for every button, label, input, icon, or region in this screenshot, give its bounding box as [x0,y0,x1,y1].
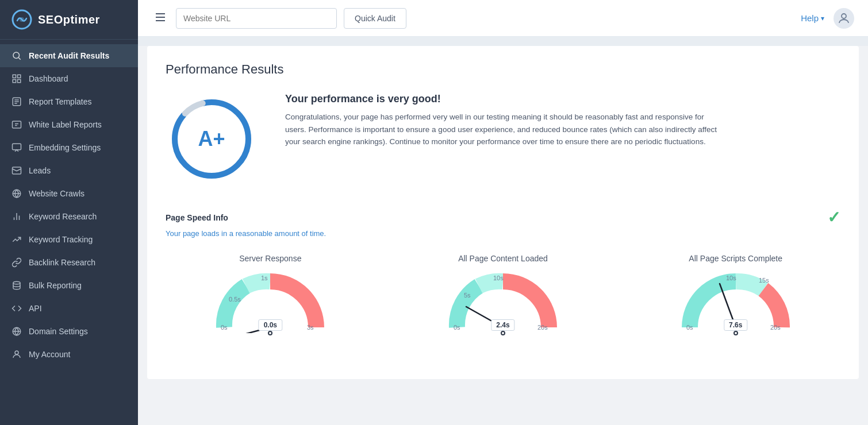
seoptimer-logo-icon [11,9,32,30]
sidebar-item-embedding[interactable]: Embedding Settings [0,136,138,159]
svg-point-29 [842,14,846,18]
svg-text:15s: 15s [759,277,769,284]
sidebar-item-api[interactable]: API [0,297,138,320]
svg-rect-6 [13,80,16,83]
gauge-needle-circle-content [501,331,505,335]
gauge-wrap-content: 0s 5s 10s 20s 2.4s [445,270,560,333]
header-right: Help ▾ [801,8,854,29]
sidebar-logo: SEOptimer [0,0,138,40]
help-button[interactable]: Help ▾ [801,13,824,23]
sidebar-item-recent-audit[interactable]: Recent Audit Results [0,44,138,67]
svg-text:0s: 0s [454,324,460,331]
page-speed-sub: Your page loads in a reasonable amount o… [166,229,840,238]
header: Quick Audit Help ▾ [138,0,868,37]
sidebar-item-white-label[interactable]: White Label Reports [0,113,138,136]
gauge-title-server: Server Response [239,254,301,263]
svg-point-2 [13,52,20,59]
sidebar-item-bulk-reporting[interactable]: Bulk Reporting [0,274,138,297]
svg-text:0s: 0s [686,324,693,331]
keyword-tracking-icon [11,234,22,245]
search-icon [11,51,22,61]
report-templates-icon [11,96,22,107]
bulk-reporting-icon [11,280,22,291]
sidebar-item-keyword-research[interactable]: Keyword Research [0,205,138,228]
my-account-icon [11,349,22,360]
svg-rect-5 [18,75,21,78]
svg-point-22 [13,281,20,284]
sidebar-item-website-crawls[interactable]: Website Crawls [0,182,138,205]
dashboard-icon [11,74,22,84]
sidebar-item-dashboard[interactable]: Dashboard [0,67,138,90]
gauge-server-response: Server Response 0s 0. [166,254,375,333]
svg-text:20s: 20s [770,324,781,331]
svg-point-1 [20,17,24,22]
hamburger-button[interactable] [152,9,169,28]
svg-rect-15 [13,144,21,150]
sidebar-item-keyword-tracking[interactable]: Keyword Tracking [0,228,138,251]
grade-circle: A+ [166,93,258,185]
svg-rect-7 [18,80,21,83]
gauge-title-scripts: All Page Scripts Complete [689,254,782,263]
page-speed-label: Page Speed Info [166,213,228,222]
page-speed-header: Page Speed Info ✓ [166,208,840,227]
main-area: Quick Audit Help ▾ Performance Results [138,0,868,425]
svg-text:0s: 0s [221,324,228,331]
gauge-wrap-server: 0s 0.5s 1s 3s 0.0s [213,270,328,333]
perf-text: Congratulations, your page has performed… [285,111,722,148]
sidebar: SEOptimer Recent Audit Results Dashboard… [0,0,138,425]
svg-point-25 [15,351,18,354]
perf-headline: Your performance is very good! [285,93,722,105]
gauge-value-content: 2.4s [491,319,514,331]
gauge-content-loaded: All Page Content Loaded 0s [398,254,608,333]
svg-text:0.5s: 0.5s [229,296,241,303]
leads-icon [11,165,22,176]
svg-text:1s: 1s [261,275,268,281]
top-bar [138,37,868,46]
sidebar-item-my-account[interactable]: My Account [0,343,138,366]
embedding-icon [11,142,22,153]
svg-text:10s: 10s [493,275,504,281]
svg-rect-4 [13,75,16,78]
backlink-icon [11,257,22,268]
svg-text:20s: 20s [537,324,548,331]
sidebar-item-leads[interactable]: Leads [0,159,138,182]
white-label-icon [11,119,22,130]
sidebar-item-backlink-research[interactable]: Backlink Research [0,251,138,274]
gauge-wrap-scripts: 0s 10s 15s 20s 7.6s [678,270,793,333]
gauge-scripts-complete: All Page Scripts Complete 0s [631,254,840,333]
sidebar-item-domain-settings[interactable]: Domain Settings [0,320,138,343]
api-icon [11,303,22,314]
quick-audit-button[interactable]: Quick Audit [344,8,406,29]
content-area: Performance Results A+ [138,37,868,425]
url-input[interactable] [176,8,337,29]
performance-description: Your performance is very good! Congratul… [285,93,722,148]
page-speed-section: Page Speed Info ✓ Your page loads in a r… [166,208,840,333]
gauge-title-content: All Page Content Loaded [458,254,548,263]
logo-text: SEOptimer [38,13,100,26]
performance-card: Performance Results A+ [147,46,859,379]
svg-line-3 [18,57,20,59]
gauge-needle-circle-server [268,331,272,335]
website-crawls-icon [11,188,22,199]
keyword-research-icon [11,211,22,222]
gauges-row: Server Response 0s 0. [166,254,840,333]
svg-text:5s: 5s [464,292,471,299]
svg-text:3s: 3s [307,324,314,331]
performance-title: Performance Results [166,62,840,77]
svg-rect-12 [13,121,21,128]
domain-settings-icon [11,326,22,337]
gauge-value-server: 0.0s [259,319,282,331]
sidebar-nav: Recent Audit Results Dashboard Report Te… [0,40,138,425]
gauge-needle-circle-scripts [733,331,738,335]
user-avatar[interactable] [834,8,854,29]
sidebar-item-report-templates[interactable]: Report Templates [0,90,138,113]
grade-label: A+ [198,127,225,151]
performance-top: A+ Your performance is very good! Congra… [166,93,840,185]
svg-text:10s: 10s [726,275,736,281]
gauge-value-scripts: 7.6s [724,319,747,331]
check-icon: ✓ [827,208,840,227]
